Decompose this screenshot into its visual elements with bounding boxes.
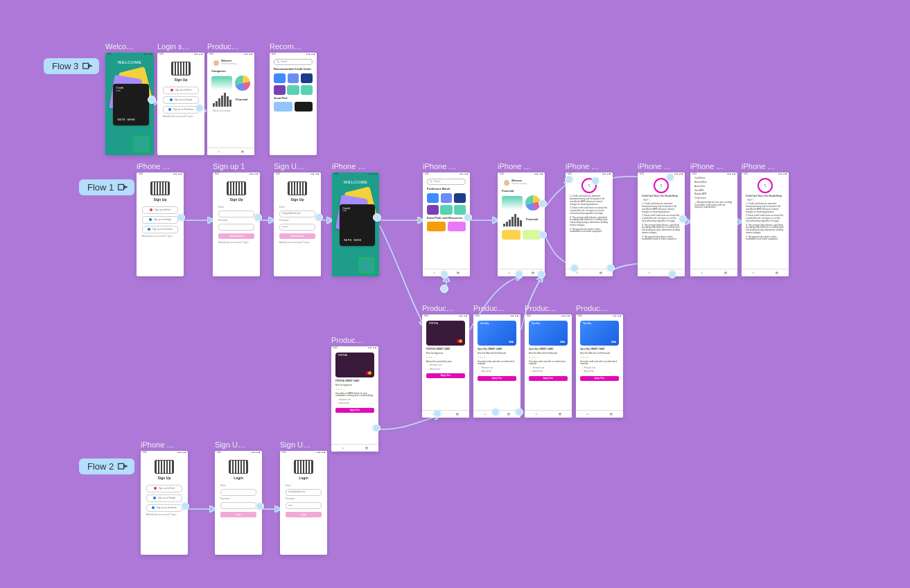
chat-icon[interactable]: ▤ [365, 447, 368, 449]
frame-title[interactable]: Sign U… [280, 440, 327, 449]
prototype-hotspot[interactable] [515, 408, 523, 416]
flow-tag-flow1[interactable]: Flow 1 [79, 179, 134, 195]
signup-google-button[interactable]: Sign up via Google [142, 216, 178, 224]
prototype-hotspot[interactable] [315, 213, 323, 222]
frame-body[interactable]: 9:41●●● ▲ ■ Sign Up Sign up via Email Si… [137, 172, 184, 276]
frame-body[interactable]: 9:41●●● ▲ ■ Login Email Password Login [215, 451, 262, 555]
frame-r0f0[interactable]: Welco…9:41●●● ▲ ■WELCOME Credit card 567… [105, 42, 154, 155]
frame-title[interactable]: Produc… [473, 304, 520, 312]
frame-body[interactable]: 9:41●●● ▲ ■Search Recommended Credit Car… [270, 53, 317, 155]
frame-body[interactable]: 9:41●●● ▲ ■Q 1. Credit card balances rep… [566, 172, 613, 276]
home-icon[interactable]: ⌂ [701, 271, 702, 274]
chat-icon[interactable]: ▤ [610, 413, 613, 416]
frame-body[interactable]: 9:41●●● ▲ ■ OpenSky VISA Open Sky CREDIT… [525, 314, 572, 418]
frame-title[interactable]: Produc… [576, 304, 623, 312]
chat-icon[interactable]: ▤ [724, 271, 727, 274]
email-input[interactable]: test1@yahoo.com [286, 489, 322, 496]
prototype-hotspot[interactable] [254, 213, 262, 222]
email-input[interactable] [220, 489, 256, 496]
email-input[interactable] [218, 211, 254, 217]
bottom-nav[interactable]: ⌂▤ [422, 410, 469, 418]
password-input[interactable]: •••••• [286, 502, 322, 509]
frame-r1f4[interactable]: iPhone …9:41●●● ▲ ■Search Preference Mat… [423, 162, 470, 276]
frame-title[interactable]: iPhone … [141, 440, 188, 449]
prototype-canvas[interactable]: Flow 3Flow 1Flow 2Welco…9:41●●● ▲ ■WELCO… [0, 0, 910, 588]
card-row-2[interactable] [427, 205, 466, 215]
frame-r2f0[interactable]: Produc…9:41●●● ▲ ■ FORTIVA FORTIVA CREDI… [331, 336, 378, 452]
prototype-hotspot[interactable] [539, 199, 547, 208]
login-link[interactable]: Already have an account? Log in [163, 116, 199, 118]
financial-row[interactable]: Financial [211, 93, 250, 108]
frame-title[interactable]: Produc… [207, 42, 254, 51]
frame-r1f5[interactable]: iPhone …9:41●●● ▲ ■ WelcomeGood morning … [498, 162, 545, 276]
card-row-1[interactable] [274, 73, 313, 83]
frame-title[interactable]: iPhone … [137, 162, 184, 170]
home-icon[interactable]: ⌂ [433, 271, 435, 274]
home-icon[interactable]: ⌂ [535, 413, 536, 416]
home-icon[interactable]: ⌂ [586, 413, 588, 416]
prototype-hotspot[interactable] [666, 173, 674, 181]
prototype-hotspot[interactable] [606, 264, 615, 272]
prototype-hotspot[interactable] [181, 502, 189, 510]
frame-r0f3[interactable]: Recom…9:41●●● ▲ ■Search Recommended Cred… [270, 42, 317, 155]
frame-title[interactable]: Recom… [270, 42, 317, 51]
frame-title[interactable]: Sign U… [215, 440, 262, 449]
signup-email-button[interactable]: Sign up via Email [163, 87, 199, 94]
frame-r2f3[interactable]: Produc…9:41●●● ▲ ■ OpenSky VISA Open Sky… [525, 304, 572, 418]
frame-body[interactable]: 9:41●●● ▲ ■ WelcomeGood morning Financia… [498, 172, 545, 276]
home-icon[interactable]: ⌂ [484, 413, 485, 416]
frame-body[interactable]: 9:41●●● ▲ ■ OpenSky VISA Open Sky CREDIT… [576, 314, 623, 418]
home-icon[interactable]: ⌂ [648, 271, 649, 274]
frame-r3f0[interactable]: iPhone …9:41●●● ▲ ■ Sign Up Sign up via … [141, 440, 188, 555]
home-icon[interactable]: ⌂ [576, 271, 577, 274]
frame-body[interactable]: 9:41●●● ▲ ■ Sign Up Email Password Creat… [213, 172, 260, 276]
frame-body[interactable]: 9:41●●● ▲ ■ Login Email test1@yahoo.comP… [280, 451, 327, 555]
frame-body[interactable]: 9:41●●● ▲ ■Search Preference Match Extra… [423, 172, 470, 276]
frame-body[interactable]: 9:41●●● ▲ ■ FORTIVA FORTIVA CREDIT CARD … [422, 314, 469, 418]
password-input[interactable] [220, 502, 256, 509]
create-account-button[interactable]: Create Account [218, 233, 254, 239]
signup-facebook-button[interactable]: Sign up via Facebook [146, 504, 182, 512]
card-row-3[interactable] [427, 222, 466, 231]
card-row-2[interactable] [274, 85, 313, 95]
prototype-hotspot[interactable] [515, 270, 523, 278]
signup-facebook-button[interactable]: Sign up via Facebook [142, 226, 178, 233]
apply-now-button[interactable]: Apply Now [580, 376, 619, 381]
prototype-hotspot[interactable] [491, 408, 500, 416]
frame-title[interactable]: iPhone … [742, 162, 789, 170]
chat-icon[interactable]: ▤ [456, 413, 459, 416]
frame-r2f4[interactable]: Produc…9:41●●● ▲ ■ OpenSky VISA Open Sky… [576, 304, 623, 418]
prototype-hotspot[interactable] [440, 270, 448, 278]
bottom-nav[interactable]: ⌂▤ [638, 269, 685, 276]
frame-title[interactable]: Login s… [157, 42, 204, 51]
frame-title[interactable]: iPhone … [423, 162, 470, 170]
apply-now-button[interactable]: Apply Now [478, 376, 516, 381]
prototype-hotspot[interactable] [440, 285, 448, 293]
chat-icon[interactable]: ▤ [600, 271, 602, 274]
frame-body[interactable]: 9:41●●● ▲ ■Card NameReward RateAnnual Fe… [690, 172, 737, 276]
search-input[interactable]: Search [427, 179, 466, 185]
frame-r0f2[interactable]: Produc…9:41●●● ▲ ■ WelcomeGood morning C… [207, 42, 254, 155]
frame-body[interactable]: 9:41●●● ▲ ■Q Credit Card Terms You Shoul… [638, 172, 685, 276]
frame-r1f9[interactable]: iPhone …9:41●●● ▲ ■Q Credit Card Terms Y… [742, 162, 789, 276]
email-input[interactable]: example@mail.com [279, 211, 315, 217]
signup-email-button[interactable]: Sign up via Email [142, 206, 178, 214]
footer-link[interactable]: Already have an account? Log in [218, 242, 254, 244]
prototype-hotspot[interactable] [256, 502, 264, 510]
frame-title[interactable]: Produc… [525, 304, 572, 312]
frame-r3f1[interactable]: Sign U…9:41●●● ▲ ■ Login Email Password … [215, 440, 262, 555]
chat-icon[interactable]: ▤ [776, 271, 778, 274]
prototype-hotspot[interactable] [177, 213, 185, 222]
signup-email-button[interactable]: Sign up via Email [146, 485, 182, 492]
flow-tag-flow2[interactable]: Flow 2 [79, 458, 134, 474]
chat-icon[interactable]: ▤ [507, 413, 510, 416]
prototype-hotspot[interactable] [433, 409, 441, 418]
frame-title[interactable]: iPhone … [690, 162, 737, 170]
frame-title[interactable]: Produc… [331, 336, 378, 344]
frame-title[interactable]: iPhone … [332, 162, 379, 170]
frame-title[interactable]: Sign U… [274, 162, 321, 170]
login-button[interactable]: Login [220, 512, 256, 517]
frame-body[interactable]: 9:41●●● ▲ ■ WelcomeGood morning Categori… [207, 53, 254, 155]
prototype-hotspot[interactable] [565, 175, 573, 184]
signup-google-button[interactable]: Sign up via Google [146, 495, 182, 502]
